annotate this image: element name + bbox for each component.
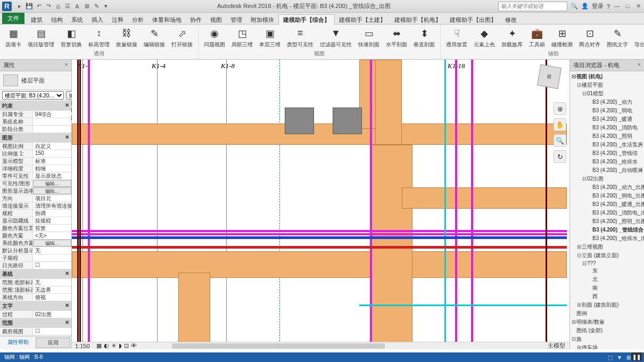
sun-path-icon[interactable]: ☀ [111,342,117,349]
minimize-icon[interactable]: — [613,3,621,10]
ribbon-button[interactable]: ✎编辑链接 [141,26,168,50]
ribbon-button[interactable]: ⬌水平剖面 [383,26,410,50]
property-row[interactable]: 比例值 1:150 [0,150,71,158]
tree-node[interactable]: ⊞停车场 [571,343,643,349]
ribbon-button[interactable]: ⛓批量链接 [113,26,141,50]
tree-node[interactable]: ⊟视图 (机电) [571,72,643,81]
help-icon[interactable]: ? [607,3,610,10]
ribbon-tab[interactable]: 插入 [87,15,108,25]
ribbon-button[interactable]: ▦选项卡 [2,26,24,50]
redo-icon[interactable]: ↷ [45,3,52,10]
tree-node[interactable]: B3 (4.200) _给排水 [571,158,643,166]
tree-node[interactable]: B3 (4.200) _自动喷淋 [571,166,643,175]
tree-node[interactable]: 图例 [571,309,643,318]
maximize-icon[interactable]: □ [624,3,631,10]
status-icon[interactable]: ⊞ [626,355,631,360]
property-row[interactable]: 颜色方案<无> [0,232,71,240]
property-row[interactable]: 规程协调 [0,210,71,217]
user-icon[interactable]: 👤 [581,3,589,10]
qat-dropdown-icon[interactable]: ▾ [102,3,110,10]
ribbon-tab[interactable]: 分析 [128,15,148,25]
tree-node[interactable]: B3 (4.200) _生活泵房 [571,141,643,149]
property-row[interactable]: 过程02出图 [0,311,71,318]
hide-icon[interactable]: 👁 [131,342,137,349]
tree-node[interactable]: B3 (4.200) _管线综 [571,149,643,158]
ribbon-tab[interactable]: 系统 [67,15,87,25]
ribbon-tab[interactable]: 注释 [108,15,128,25]
property-row[interactable]: 方向项目北 [0,195,71,202]
tree-node[interactable]: ⊞剖面 (建筑剖面) [571,301,643,309]
property-row[interactable]: 范围:底部标高无 [0,279,71,286]
property-row[interactable]: 裁剪视图 [0,328,71,335]
view-cube[interactable]: 前 [533,64,565,96]
open-icon[interactable]: ▸ [16,3,23,10]
property-row[interactable]: 范围:顶部标高无边界 [0,286,71,294]
property-help-link[interactable]: 属性帮助 [1,338,35,348]
tree-node[interactable]: ⊞三维视图 [571,243,643,251]
ribbon-button[interactable]: ▣本层三维 [256,26,284,50]
ribbon-button[interactable]: ◧背景切换 [57,26,85,50]
pause-icon[interactable]: ❚❚ [631,352,642,361]
visual-style-icon[interactable]: ◐ [104,342,109,349]
ribbon-tab[interactable]: 建模助手【出图】 [445,15,501,25]
ribbon-button[interactable]: ▼过滤器可见性 [317,26,355,50]
ribbon-button[interactable]: ⊞碰撞检测 [548,26,576,50]
ribbon-button[interactable]: ▤项目版管理 [24,26,57,50]
ribbon-tab[interactable]: 修改 [501,15,521,25]
tree-node[interactable]: B3 (4.200) _弱电_出图 [571,192,643,200]
ribbon-button[interactable]: ✦加载族库 [498,26,526,50]
tree-node[interactable]: B3 (4.200) _动力 [571,98,643,106]
tree-node[interactable]: ⊞明细表/数量 [571,318,643,326]
drawing-canvas[interactable]: K1-1 K1-4 K1-8 K1-18 [72,60,569,349]
tree-node[interactable]: B3 (4.200) _管线综合 [571,226,643,234]
ribbon-tab[interactable]: 建模助手【土建】 [335,15,390,25]
login-link[interactable]: 登录 [592,2,604,10]
ribbon-tab[interactable]: 建模助手【综合】 [278,14,335,25]
property-row[interactable]: 系统名称 [0,118,71,126]
orbit-icon[interactable]: ↻ [554,150,566,163]
instance-select[interactable]: 楼层平面: B3 (4.20… [2,91,64,100]
property-row[interactable]: 默认分析显示…无 [0,247,71,254]
ribbon-tab[interactable]: 协作 [186,15,206,25]
qat-icon[interactable]: ✎ [93,3,100,10]
property-row[interactable]: 视图比例自定义 [0,143,71,150]
property-row[interactable]: 详细程度精细 [0,165,71,172]
property-row[interactable]: 零件可见性显示原状态 [0,172,71,180]
ribbon-button[interactable]: ⬍垂直剖面 [410,26,438,50]
ribbon-button[interactable]: ◉问题视图 [201,26,228,50]
search-input[interactable] [498,2,567,11]
tree-node[interactable]: 北 [571,275,643,284]
property-row[interactable]: 显示隐藏线按规程 [0,217,71,225]
crop-icon[interactable]: ⊡ [124,342,129,349]
property-row[interactable]: 阶段分类 [0,126,71,133]
tree-node[interactable]: ⊟立面 (建筑立面) [571,251,643,260]
zoom-icon[interactable]: 🔍 [554,134,566,147]
filter-icon[interactable]: ▼ [617,355,622,360]
property-row[interactable]: 显示模型标准 [0,158,71,165]
type-name[interactable]: 楼层平面 [21,77,45,85]
ribbon-tab[interactable]: 管理 [226,15,246,25]
tree-node[interactable]: B3 (4.200) _消防电_出 [571,209,643,217]
ribbon-button[interactable]: 💼工具箱 [526,26,548,50]
property-row[interactable]: 墙连接显示清理所有墙连接 [0,202,71,210]
ribbon-tab[interactable]: 附加模块 [246,15,278,25]
apply-button[interactable]: 应用 [36,338,70,348]
ribbon-tab[interactable]: 建模助手【机电】 [390,15,445,25]
property-row[interactable]: 归属专业04综合 [0,111,71,118]
view-scale[interactable]: 1:150 [72,343,93,349]
view-mode[interactable]: 主模型 [543,342,569,350]
detail-level-icon[interactable]: ▦ [96,342,102,349]
close-icon[interactable]: ✕ [634,3,642,10]
ribbon-button[interactable]: ▤导出明细表 [631,26,644,50]
property-grid[interactable]: 约束✕归属专业04综合系统名称阶段分类图形✕视图比例自定义比例值 1:150显示… [0,101,71,336]
ribbon-button[interactable]: ✎图纸文字 [604,26,631,50]
close-icon[interactable]: × [65,61,68,69]
property-row[interactable]: 日光路径 [0,262,71,269]
tree-node[interactable]: B3 (4.200) _动力_出图 [571,183,643,192]
property-row[interactable]: 基线方向俯视 [0,294,71,301]
undo-icon[interactable]: ↶ [35,3,43,10]
ribbon-button[interactable]: ▭快速剖面 [355,26,383,50]
tree-node[interactable]: ⊟??? [571,260,643,267]
tree-node[interactable]: ⊟01模型 [571,89,643,98]
property-row[interactable]: 颜色方案位置背景 [0,225,71,232]
